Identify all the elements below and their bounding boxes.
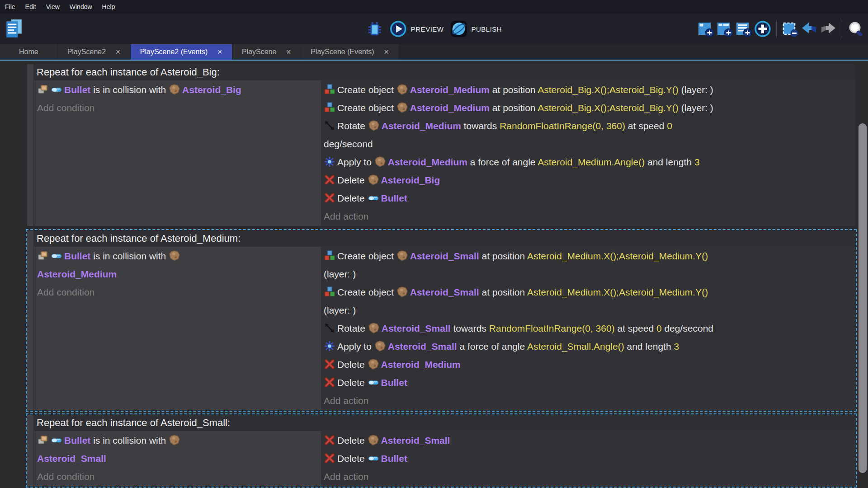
add-new-icon[interactable]	[754, 20, 771, 38]
action-row[interactable]: Rotate Asteroid_Medium towards RandomFlo…	[324, 117, 854, 153]
object-name: Asteroid_Big	[381, 175, 440, 185]
expression-text: 0	[667, 121, 672, 131]
remove-selection-icon[interactable]	[782, 20, 799, 38]
sentence-text: Create object	[337, 251, 396, 261]
event-header[interactable]: Repeat for each instance of Asteroid_Sma…	[34, 415, 855, 431]
condition-row[interactable]: Bullet is in collision with Asteroid_Sma…	[37, 432, 319, 468]
asteroid-icon	[396, 286, 408, 298]
expression-text: 0	[656, 323, 662, 333]
tab-playscene2-events[interactable]: PlayScene2 (Events)✕	[131, 44, 232, 60]
sentence-text: at speed	[625, 121, 667, 131]
menu-item-help[interactable]: Help	[97, 0, 120, 14]
sentence-text: at position	[479, 287, 527, 297]
event-header[interactable]: Repeat for each instance of Asteroid_Med…	[34, 230, 855, 247]
create-object-icon	[324, 250, 335, 262]
publish-button[interactable]: PUBLISH	[450, 20, 502, 38]
tab-playscene[interactable]: PlayScene✕	[232, 44, 301, 60]
tab-close-icon[interactable]: ✕	[115, 48, 121, 56]
add-action-button[interactable]: Add action	[324, 207, 854, 225]
object-name: Bullet	[381, 377, 407, 388]
add-condition-button[interactable]: Add condition	[37, 283, 319, 301]
action-row[interactable]: Delete Bullet	[324, 450, 854, 468]
condition-row[interactable]: Bullet is in collision with Asteroid_Big	[37, 81, 319, 99]
tab-close-icon[interactable]: ✕	[217, 48, 222, 56]
action-row[interactable]: Rotate Asteroid_Small towards RandomFloa…	[324, 319, 854, 338]
object-name: Asteroid_Medium	[37, 269, 117, 279]
event-drag-handle[interactable]	[27, 415, 33, 486]
object-name: Bullet	[64, 84, 90, 95]
asteroid-icon	[396, 250, 408, 262]
search-icon[interactable]	[847, 20, 864, 38]
sentence-text: Delete	[337, 359, 368, 370]
sentence-text: Apply to	[337, 157, 374, 167]
scrollbar-thumb[interactable]	[859, 123, 867, 473]
sentence-text: Delete	[337, 377, 368, 388]
sentence-text: is in collision with	[90, 84, 169, 95]
add-condition-button[interactable]: Add condition	[37, 468, 319, 486]
add-event-icon[interactable]	[697, 20, 714, 38]
sentence-text: Create object	[337, 84, 396, 95]
sentence-text: a force of angle	[467, 157, 538, 167]
collision-icon	[37, 434, 49, 446]
expression-text: RandomFloatInRange(0, 360)	[500, 121, 625, 131]
delete-icon	[324, 192, 335, 204]
add-comment-icon[interactable]	[735, 20, 752, 38]
tab-playscene2[interactable]: PlayScene2✕	[58, 44, 130, 60]
menu-item-view[interactable]: View	[41, 0, 65, 14]
bullet-icon	[368, 452, 379, 464]
menu-item-edit[interactable]: Edit	[20, 0, 41, 14]
create-object-icon	[324, 84, 335, 95]
event-drag-handle[interactable]	[27, 230, 33, 410]
action-row[interactable]: Create object Asteroid_Small at position…	[324, 283, 854, 319]
sentence-text: at position	[490, 84, 538, 95]
action-row[interactable]: Create object Asteroid_Small at position…	[324, 247, 854, 283]
action-row[interactable]: Delete Asteroid_Medium	[324, 356, 854, 374]
event-block: Repeat for each instance of Asteroid_Big…	[27, 64, 855, 226]
sentence-text: towards	[451, 323, 489, 333]
debug-icon[interactable]	[366, 20, 383, 38]
delete-icon	[324, 376, 335, 388]
asteroid-icon	[368, 434, 379, 446]
action-row[interactable]: Apply to Asteroid_Medium a force of angl…	[324, 153, 854, 171]
menu-item-window[interactable]: Window	[65, 0, 97, 14]
event-drag-handle[interactable]	[27, 64, 33, 226]
toolbar-separator	[776, 20, 777, 38]
expression-text: RandomFloatInRange(0, 360)	[489, 323, 615, 333]
add-action-button[interactable]: Add action	[324, 468, 854, 486]
expression-text: Asteroid_Medium.X();Asteroid_Medium.Y()	[527, 251, 708, 261]
publish-label: PUBLISH	[471, 25, 502, 33]
add-condition-button[interactable]: Add condition	[37, 99, 319, 117]
expression-text: Asteroid_Medium.Angle()	[538, 157, 645, 167]
project-manager-icon[interactable]	[5, 19, 23, 39]
force-icon	[324, 340, 335, 352]
redo-icon[interactable]	[820, 20, 837, 38]
toolbar: PREVIEW PUBLISH	[0, 14, 868, 44]
action-row[interactable]: Delete Asteroid_Small	[324, 432, 854, 450]
event-header[interactable]: Repeat for each instance of Asteroid_Big…	[34, 64, 855, 80]
tab-home[interactable]: Home	[0, 44, 57, 60]
preview-button[interactable]: PREVIEW	[390, 20, 444, 38]
tab-label: PlayScene2 (Events)	[140, 48, 208, 56]
condition-row[interactable]: Bullet is in collision with Asteroid_Med…	[37, 247, 319, 283]
tab-close-icon[interactable]: ✕	[384, 48, 389, 56]
action-row[interactable]: Apply to Asteroid_Small a force of angle…	[324, 338, 854, 356]
undo-icon[interactable]	[801, 20, 818, 38]
action-row[interactable]: Create object Asteroid_Medium at positio…	[324, 81, 854, 99]
action-row[interactable]: Delete Bullet	[324, 374, 854, 392]
action-row[interactable]: Create object Asteroid_Medium at positio…	[324, 99, 854, 117]
sentence-text: Delete	[337, 175, 368, 185]
action-row[interactable]: Delete Bullet	[324, 189, 854, 207]
bullet-icon	[368, 192, 379, 204]
add-subevent-icon[interactable]	[716, 20, 733, 38]
bullet-icon	[51, 84, 62, 95]
tab-close-icon[interactable]: ✕	[286, 48, 291, 56]
bullet-icon	[368, 376, 379, 388]
tab-playscene-events[interactable]: PlayScene (Events)✕	[301, 44, 398, 60]
object-name: Asteroid_Small	[381, 435, 450, 446]
actions-column: Delete Asteroid_SmallDelete BulletAdd ac…	[321, 431, 855, 486]
sentence-text: Rotate	[337, 323, 368, 333]
action-row[interactable]: Delete Asteroid_Big	[324, 171, 854, 189]
add-action-button[interactable]: Add action	[324, 392, 854, 410]
menu-item-file[interactable]: File	[0, 0, 20, 14]
toolbar-center: PREVIEW PUBLISH	[366, 20, 502, 38]
